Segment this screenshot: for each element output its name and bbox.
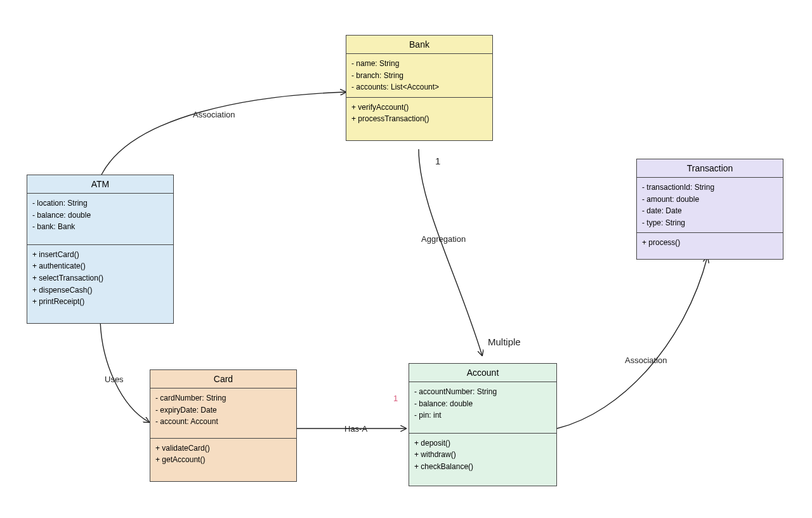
label-association-acct-txn: Association <box>625 355 667 365</box>
class-atm-methods: + insertCard() + authenticate() + select… <box>27 245 173 323</box>
class-account-title: Account <box>409 364 556 382</box>
label-uses: Uses <box>105 375 124 384</box>
class-transaction: Transaction - transactionId: String - am… <box>636 159 783 260</box>
label-one-bank: 1 <box>435 156 440 166</box>
class-account-attrs: - accountNumber: String - balance: doubl… <box>409 382 556 434</box>
class-account: Account - accountNumber: String - balanc… <box>409 363 557 486</box>
label-aggregation: Aggregation <box>421 234 466 244</box>
label-association-atm-bank: Association <box>193 110 235 119</box>
class-bank-methods: + verifyAccount() + processTransaction() <box>346 98 492 140</box>
class-atm: ATM - location: String - balance: double… <box>27 175 174 324</box>
class-bank-title: Bank <box>346 36 492 54</box>
class-bank: Bank - name: String - branch: String - a… <box>346 35 493 141</box>
class-card-attrs: - cardNumber: String - expiryDate: Date … <box>150 388 296 439</box>
class-atm-attrs: - location: String - balance: double - b… <box>27 194 173 245</box>
class-transaction-attrs: - transactionId: String - amount: double… <box>637 178 783 233</box>
label-multiple: Multiple <box>488 336 521 347</box>
class-atm-title: ATM <box>27 175 173 194</box>
class-card-methods: + validateCard() + getAccount() <box>150 439 296 481</box>
class-transaction-methods: + process() <box>637 233 783 259</box>
class-card: Card - cardNumber: String - expiryDate: … <box>150 369 297 482</box>
label-has-a: Has-A <box>344 424 367 434</box>
class-bank-attrs: - name: String - branch: String - accoun… <box>346 54 492 98</box>
class-transaction-title: Transaction <box>637 159 783 178</box>
class-card-title: Card <box>150 370 296 388</box>
label-one-card: 1 <box>393 394 398 403</box>
class-account-methods: + deposit() + withdraw() + checkBalance(… <box>409 434 556 486</box>
